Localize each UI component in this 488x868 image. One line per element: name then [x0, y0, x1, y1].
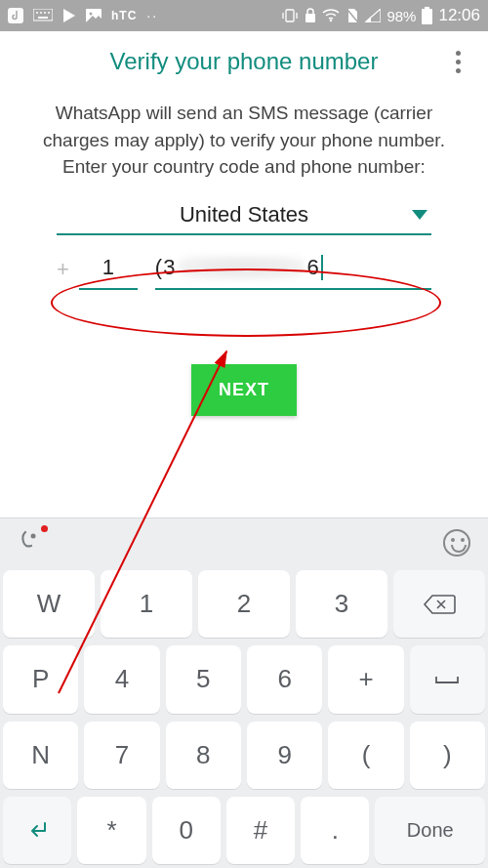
key-period[interactable]: .: [301, 797, 369, 864]
next-button[interactable]: NEXT: [191, 364, 297, 416]
keyboard-toolbar: [0, 517, 488, 566]
status-right: 98% 12:06: [281, 6, 480, 25]
key-p[interactable]: P: [3, 645, 78, 713]
overflow-menu-button[interactable]: [441, 45, 474, 78]
svg-point-3: [40, 12, 42, 14]
tiktok-icon: [8, 8, 23, 23]
phone-suffix: 6: [306, 255, 319, 280]
key-7[interactable]: 7: [84, 722, 159, 789]
keyboard-notif-icon: [33, 9, 53, 22]
android-status-bar: hTC ·· 98% 12:06: [0, 0, 488, 31]
htc-brand: hTC: [111, 9, 137, 22]
phone-prefix: (3: [155, 255, 177, 280]
image-notif-icon: [86, 9, 102, 22]
battery-icon: [422, 7, 432, 24]
svg-rect-0: [8, 8, 23, 23]
svg-point-8: [90, 13, 93, 16]
key-asterisk[interactable]: *: [77, 797, 145, 864]
key-0[interactable]: 0: [152, 797, 221, 864]
play-store-icon: [62, 8, 76, 23]
svg-rect-13: [425, 7, 429, 9]
key-w[interactable]: W: [3, 570, 95, 638]
country-selector[interactable]: United States: [57, 202, 431, 235]
lock-icon: [305, 8, 316, 23]
svg-rect-9: [286, 10, 294, 21]
svg-rect-10: [305, 14, 315, 22]
notification-dot: [41, 525, 48, 532]
more-notifs-icon: ··: [146, 8, 158, 23]
emoji-button[interactable]: [443, 529, 470, 557]
key-1[interactable]: 1: [101, 570, 192, 638]
key-3[interactable]: 3: [296, 570, 387, 638]
svg-rect-1: [33, 9, 53, 21]
key-2[interactable]: 2: [198, 570, 290, 638]
key-space[interactable]: [410, 645, 485, 713]
country-code-input[interactable]: [79, 249, 138, 290]
key-6[interactable]: 6: [247, 645, 322, 713]
wifi-icon: [322, 9, 340, 22]
plus-prefix: +: [57, 257, 69, 282]
clock-time: 12:06: [438, 6, 480, 25]
svg-point-11: [330, 20, 332, 21]
phone-number-input[interactable]: (3 6: [155, 249, 431, 290]
key-4[interactable]: 4: [84, 645, 159, 713]
no-sim-icon: [346, 8, 359, 23]
page-title: Verify your phone number: [110, 48, 379, 75]
instructions-text: WhatsApp will send an SMS message (carri…: [0, 92, 488, 181]
key-close-paren[interactable]: ): [410, 722, 485, 789]
svg-point-2: [36, 12, 38, 14]
dropdown-arrow-icon: [412, 210, 427, 220]
selected-country: United States: [57, 202, 431, 227]
kb-row-1: W 1 2 3: [0, 566, 488, 641]
svg-rect-14: [422, 9, 432, 24]
soft-keyboard: W 1 2 3 P 4 5 6 + N 7 8 9 ( ) * 0 # . Do…: [0, 566, 488, 868]
key-n[interactable]: N: [3, 722, 78, 789]
svg-point-4: [44, 12, 46, 14]
key-plus[interactable]: +: [328, 645, 403, 713]
signal-icon: [365, 9, 381, 22]
key-8[interactable]: 8: [166, 722, 241, 789]
redacted-phone-middle: [178, 256, 305, 279]
svg-point-16: [31, 533, 36, 538]
key-backspace[interactable]: [393, 570, 485, 638]
status-left: hTC ··: [8, 8, 158, 23]
key-5[interactable]: 5: [166, 645, 241, 713]
key-open-paren[interactable]: (: [328, 722, 403, 789]
key-done[interactable]: Done: [375, 797, 484, 864]
svg-rect-6: [38, 17, 48, 19]
kb-row-3: N 7 8 9 ( ): [0, 718, 488, 793]
key-hash[interactable]: #: [226, 797, 295, 864]
phone-input-row: + (3 6: [57, 249, 431, 290]
text-cursor: [321, 255, 323, 280]
app-header: Verify your phone number: [0, 31, 488, 92]
vibrate-icon: [281, 8, 299, 23]
key-return[interactable]: [3, 797, 71, 864]
battery-pct: 98%: [386, 8, 416, 24]
touchpal-icon[interactable]: [18, 528, 41, 558]
kb-row-2: P 4 5 6 +: [0, 641, 488, 717]
kb-row-4: * 0 # . Done: [0, 793, 488, 868]
key-9[interactable]: 9: [247, 722, 322, 789]
svg-point-5: [48, 12, 50, 14]
